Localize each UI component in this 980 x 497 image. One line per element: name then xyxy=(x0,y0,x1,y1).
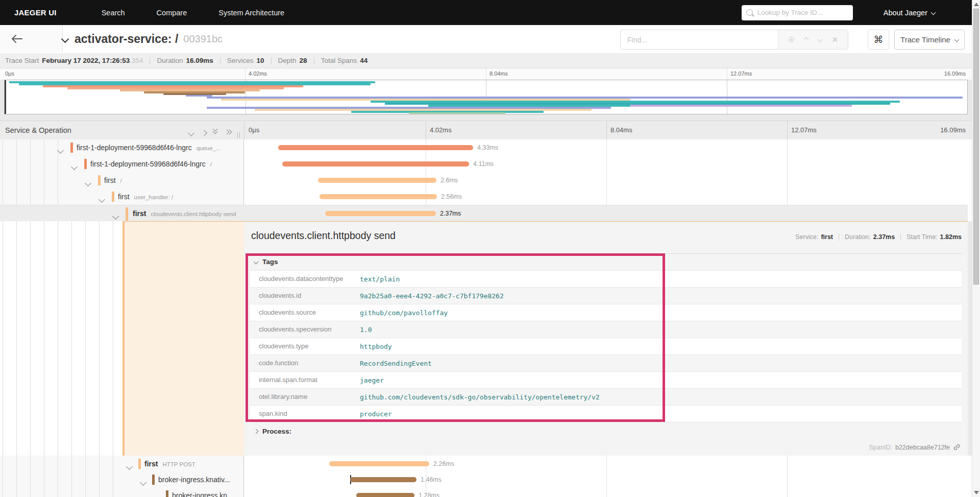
chevron-down-icon[interactable] xyxy=(86,178,90,187)
span-row[interactable]: broker-ingress.knativ... 1.46ms xyxy=(0,471,968,487)
tags-table: cloudevents.datacontenttypetext/plain cl… xyxy=(250,270,962,422)
nav-item-compare[interactable]: Compare xyxy=(157,9,187,17)
top-nav: JAEGER UI Search Compare System Architec… xyxy=(0,0,980,25)
span-color-bar xyxy=(84,159,87,169)
trace-meta-bar: Trace Start February 17 2022, 17:26:53 .… xyxy=(0,53,980,68)
span-bar[interactable] xyxy=(329,461,429,466)
tags-section-toggle[interactable]: Tags xyxy=(254,258,278,266)
tag-row[interactable]: otel.library.namegithub.com/cloudevents/… xyxy=(250,389,962,406)
service-operation-header: Service & Operation xyxy=(5,126,71,134)
span-row[interactable]: firstHTTP POST 2.26ms xyxy=(0,456,968,471)
divider xyxy=(426,121,426,140)
chevron-down-icon[interactable] xyxy=(58,146,63,155)
tags-section-label: Tags xyxy=(262,258,278,266)
span-row-selected[interactable]: firstcloudevents.client.httpbody send 2.… xyxy=(0,205,968,221)
time-tick: 8.04ms xyxy=(610,126,632,134)
depth-label: Depth xyxy=(278,57,297,64)
span-color-bar xyxy=(152,475,155,485)
span-bar[interactable] xyxy=(350,477,416,482)
total-spans-label: Total Spans xyxy=(321,57,357,64)
scroll-down-arrow-icon[interactable] xyxy=(974,491,979,494)
service-name: first-1-deployment-59968d6f46-lngrc xyxy=(77,144,192,152)
chevron-down-icon[interactable] xyxy=(127,462,132,471)
chevron-down-icon[interactable] xyxy=(100,195,104,204)
span-duration: 1.46ms xyxy=(421,476,442,483)
next-match-icon[interactable] xyxy=(818,37,823,42)
tag-row[interactable]: cloudevents.specversion1.0 xyxy=(250,321,962,338)
trace-title-group[interactable]: activator-service: / 00391bc xyxy=(62,25,223,53)
expand-all-icon[interactable] xyxy=(225,128,230,137)
trace-lookup-box[interactable] xyxy=(742,5,853,20)
span-bar[interactable] xyxy=(318,178,436,183)
service-name: first xyxy=(133,209,146,218)
about-jaeger-menu[interactable]: About Jaeger xyxy=(884,9,935,17)
trace-minimap[interactable] xyxy=(4,80,968,114)
duration-value: 2.37ms xyxy=(873,233,895,241)
chevron-down-icon[interactable] xyxy=(72,162,77,171)
span-bar[interactable] xyxy=(325,211,436,216)
span-rows-upper: first-1-deployment-59968d6f46-lngrcqueue… xyxy=(0,139,980,221)
nav-item-search[interactable]: Search xyxy=(102,9,125,17)
scrollbar-thumb[interactable] xyxy=(973,9,979,285)
find-input[interactable] xyxy=(621,30,778,49)
divider xyxy=(314,57,314,64)
divider xyxy=(244,121,244,140)
nav-item-system-architecture[interactable]: System Architecture xyxy=(218,9,284,17)
tag-key: code.function xyxy=(250,355,360,371)
chevron-down-icon[interactable] xyxy=(113,211,118,221)
trace-view-selector[interactable]: Trace Timeline xyxy=(894,30,965,50)
chevron-down-icon[interactable] xyxy=(141,478,145,487)
operation-name: queue_... xyxy=(197,145,221,151)
tag-value: producer xyxy=(360,410,392,418)
span-row[interactable]: first-1-deployment-59968d6f46-lngrc/ 4.1… xyxy=(0,156,968,172)
span-row[interactable]: first-1-deployment-59968d6f46-lngrcqueue… xyxy=(0,139,968,156)
span-detail-band: cloudevents.client.httpbody send Service… xyxy=(0,221,980,456)
tag-row[interactable]: cloudevents.datacontenttypetext/plain xyxy=(250,271,962,288)
minimap-viewport-handle[interactable] xyxy=(5,80,6,114)
app-logo[interactable]: JAEGER UI xyxy=(14,8,57,17)
focus-match-icon[interactable] xyxy=(789,37,794,42)
span-bar[interactable] xyxy=(278,145,473,150)
search-icon xyxy=(746,9,753,16)
tag-row[interactable]: span.kindproducer xyxy=(250,406,962,422)
process-section-toggle[interactable]: Process: xyxy=(254,428,291,435)
span-bar[interactable] xyxy=(282,161,469,167)
span-bar[interactable] xyxy=(356,493,414,497)
trace-view-label: Trace Timeline xyxy=(900,35,950,44)
total-spans-value: 44 xyxy=(360,57,368,64)
divider xyxy=(150,57,150,64)
collapse-all-icon[interactable] xyxy=(213,126,218,135)
expand-one-icon[interactable] xyxy=(202,128,206,137)
chevron-down-icon xyxy=(254,259,259,265)
prev-match-icon[interactable] xyxy=(804,37,809,42)
clear-find-icon[interactable] xyxy=(832,37,838,42)
tag-row[interactable]: cloudevents.sourcegithub/com/pavolloffay xyxy=(250,304,962,321)
span-row[interactable]: broker-ingress.kn... 1.28ms xyxy=(0,487,968,497)
tag-row[interactable]: internal.span.formatjaeger xyxy=(250,372,962,389)
divider xyxy=(787,121,788,140)
service-label: Service: xyxy=(795,233,818,241)
collapse-trace-chevron-icon[interactable] xyxy=(61,35,69,43)
tag-row[interactable]: cloudevents.typehttpbody xyxy=(250,338,962,355)
scroll-up-arrow-icon[interactable] xyxy=(974,3,979,6)
keyboard-shortcuts-button[interactable]: ⌘ xyxy=(868,30,889,50)
span-bar[interactable] xyxy=(320,194,437,199)
selected-span-indent-column xyxy=(122,221,244,456)
span-row[interactable]: first/ 2.6ms xyxy=(0,172,968,188)
trace-lookup-input[interactable] xyxy=(756,8,848,17)
page-scrollbar[interactable] xyxy=(972,0,980,497)
tag-row[interactable]: code.functionRecordSendingEvent xyxy=(250,355,962,372)
chevron-down-icon[interactable] xyxy=(155,493,159,497)
link-icon[interactable] xyxy=(953,443,961,451)
process-section-label: Process: xyxy=(262,428,291,435)
divider xyxy=(839,233,839,241)
chevron-down-icon xyxy=(954,37,959,42)
collapse-one-icon[interactable] xyxy=(189,128,193,137)
duration-label: Duration: xyxy=(845,233,871,241)
column-resize-handle[interactable] xyxy=(237,132,240,138)
span-row[interactable]: firstuser_handler: / 2.56ms xyxy=(0,188,968,205)
back-button[interactable] xyxy=(0,25,63,53)
tag-row[interactable]: cloudevents.id9a2b25a0-eee4-4292-a0c7-c7… xyxy=(250,288,962,304)
minimap-tick: 12.07ms xyxy=(730,70,752,77)
tag-key: internal.span.format xyxy=(250,372,360,388)
